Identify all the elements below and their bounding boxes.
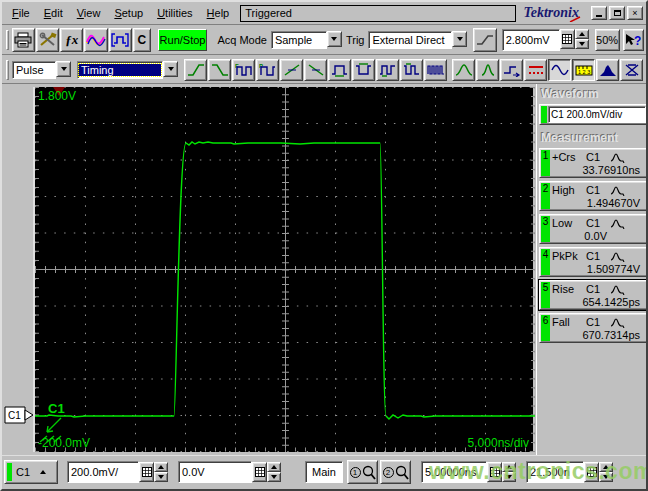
help-pointer-icon: ? bbox=[625, 33, 641, 47]
spin-down-button[interactable] bbox=[575, 39, 589, 49]
pulse-shape-icon bbox=[610, 317, 626, 328]
acq-mode-combo[interactable]: Sample bbox=[271, 31, 342, 49]
clear-button[interactable]: C bbox=[133, 28, 151, 52]
measurement-row-6[interactable]: 6 Fall C1 670.7314ps bbox=[539, 313, 648, 343]
math-function-button[interactable]: ƒx bbox=[60, 28, 83, 52]
measurement-toolbar: Pulse Timing F P bbox=[2, 56, 646, 84]
spin-up-button[interactable] bbox=[575, 29, 589, 39]
negative-width-button[interactable] bbox=[352, 59, 375, 81]
fall-time-button[interactable] bbox=[208, 59, 231, 81]
peak-wide-button[interactable] bbox=[452, 59, 475, 81]
minimize-icon bbox=[596, 15, 602, 17]
mag1-button[interactable]: 1 bbox=[347, 460, 378, 484]
measurement-row-5[interactable]: 5 Rise C1 654.1425ps bbox=[539, 280, 648, 310]
measurement-source: C1 bbox=[586, 184, 610, 196]
toolbar-grip[interactable] bbox=[6, 30, 9, 50]
run-stop-button[interactable]: Run/Stop bbox=[158, 29, 208, 51]
spin-down-button[interactable] bbox=[154, 472, 168, 482]
restore-button[interactable] bbox=[609, 6, 625, 20]
keypad-button[interactable] bbox=[139, 462, 154, 482]
measurement-row-1[interactable]: 1 +Crs C1 33.76910ns bbox=[539, 148, 648, 178]
keypad-icon bbox=[587, 467, 597, 477]
burst-width-button[interactable] bbox=[424, 59, 447, 81]
channel-select-button[interactable]: C1 bbox=[4, 460, 58, 484]
measurement-number: 1 bbox=[541, 150, 550, 176]
keypad-button[interactable] bbox=[487, 462, 502, 482]
waveform-entry[interactable]: C1 200.0mV/div bbox=[539, 104, 648, 125]
trig-level-spinner bbox=[575, 29, 589, 49]
measurement-row-4[interactable]: 4 PkPk C1 1.509774V bbox=[539, 247, 648, 277]
measurement-value: 1.509774V bbox=[587, 263, 640, 275]
mask-test-button[interactable] bbox=[620, 59, 643, 81]
zoom-waveform-button[interactable] bbox=[109, 28, 132, 52]
menu-setup[interactable]: Setup bbox=[107, 5, 150, 21]
menu-file[interactable]: File bbox=[5, 5, 37, 21]
vertical-scale-spinner bbox=[154, 462, 168, 482]
chevron-down-icon bbox=[61, 67, 67, 71]
arrow-up-icon bbox=[579, 32, 585, 36]
menu-utilities[interactable]: Utilities bbox=[150, 5, 199, 21]
oscilloscope-window: File Edit View Setup Utilities Help Trig… bbox=[0, 0, 648, 491]
readout-panel: Waveform C1 200.0mV/div Measurement 1 +C… bbox=[536, 84, 648, 455]
vertical-scale-field[interactable]: 200.0mV/ bbox=[67, 461, 139, 483]
frequency-button[interactable]: F bbox=[232, 59, 255, 81]
menu-view[interactable]: View bbox=[70, 5, 108, 21]
set-50-button[interactable]: 50% bbox=[595, 29, 620, 51]
tools-button[interactable] bbox=[36, 28, 59, 52]
logo-swoosh bbox=[569, 16, 581, 22]
spin-down-button[interactable] bbox=[267, 472, 281, 482]
histogram-button[interactable] bbox=[596, 59, 619, 81]
print-button[interactable] bbox=[12, 28, 35, 52]
subcategory-dropdown-button[interactable] bbox=[163, 61, 178, 77]
close-button[interactable]: × bbox=[627, 6, 643, 20]
main-timebase-button[interactable]: Main bbox=[305, 461, 343, 483]
peak-narrow-button[interactable] bbox=[476, 59, 499, 81]
measurement-readout-button[interactable]: 1 2 3 bbox=[572, 59, 595, 81]
trig-source-dropdown-button[interactable] bbox=[452, 31, 467, 47]
spin-up-button[interactable] bbox=[267, 462, 281, 472]
negative-crossing-button[interactable] bbox=[304, 59, 327, 81]
spin-down-button[interactable] bbox=[599, 472, 613, 482]
spin-up-button[interactable] bbox=[502, 462, 516, 472]
positive-duty-cycle-button[interactable] bbox=[376, 59, 399, 81]
category-dropdown-button[interactable] bbox=[56, 61, 71, 77]
spin-down-button[interactable] bbox=[502, 472, 516, 482]
delay-button[interactable] bbox=[500, 59, 523, 81]
minimize-button[interactable] bbox=[591, 6, 607, 20]
negative-crossing-icon bbox=[307, 63, 325, 77]
trig-level-field[interactable]: 2.800mV bbox=[502, 29, 560, 51]
positive-width-button[interactable] bbox=[328, 59, 351, 81]
horizontal-position-field[interactable]: 21.500n bbox=[526, 461, 584, 483]
meas-category-combo[interactable]: Pulse bbox=[12, 61, 71, 79]
menu-help[interactable]: Help bbox=[200, 5, 237, 21]
measurement-row-2[interactable]: 2 High C1 1.494670V bbox=[539, 181, 648, 211]
period-button[interactable]: P bbox=[256, 59, 279, 81]
spin-up-button[interactable] bbox=[154, 462, 168, 472]
acq-mode-dropdown-button[interactable] bbox=[327, 31, 342, 47]
horizontal-scale-field[interactable]: 5.00000ns bbox=[421, 461, 487, 483]
cursors-icon bbox=[527, 63, 545, 77]
rise-time-button[interactable] bbox=[184, 59, 207, 81]
channel-marker[interactable]: C1 bbox=[4, 406, 36, 426]
positive-crossing-button[interactable] bbox=[280, 59, 303, 81]
keypad-button[interactable] bbox=[560, 29, 575, 49]
arrow-up-icon bbox=[271, 465, 277, 469]
negative-duty-cycle-button[interactable] bbox=[400, 59, 423, 81]
scope-display[interactable]: 1.800V C1 -200.0mV 5.000ns/div bbox=[33, 87, 533, 452]
mag2-button[interactable]: 2 bbox=[380, 460, 411, 484]
meas-subcategory-combo[interactable]: Timing bbox=[77, 61, 178, 79]
waveform-display-button[interactable] bbox=[548, 59, 571, 81]
trig-slope-button[interactable] bbox=[473, 28, 496, 52]
magnifier-icon bbox=[395, 465, 409, 480]
menu-edit[interactable]: Edit bbox=[37, 5, 70, 21]
context-help-button[interactable]: ? bbox=[623, 29, 644, 51]
cursors-button[interactable] bbox=[524, 59, 547, 81]
toolbar-grip[interactable] bbox=[6, 60, 9, 80]
measurement-row-3[interactable]: 3 Low C1 0.0V bbox=[539, 214, 648, 244]
vertical-offset-field[interactable]: 0.0V bbox=[178, 461, 252, 483]
keypad-button[interactable] bbox=[252, 462, 267, 482]
trig-source-combo[interactable]: External Direct bbox=[368, 31, 467, 49]
waveform-database-button[interactable] bbox=[84, 28, 107, 52]
spin-up-button[interactable] bbox=[599, 462, 613, 472]
keypad-button[interactable] bbox=[584, 462, 599, 482]
